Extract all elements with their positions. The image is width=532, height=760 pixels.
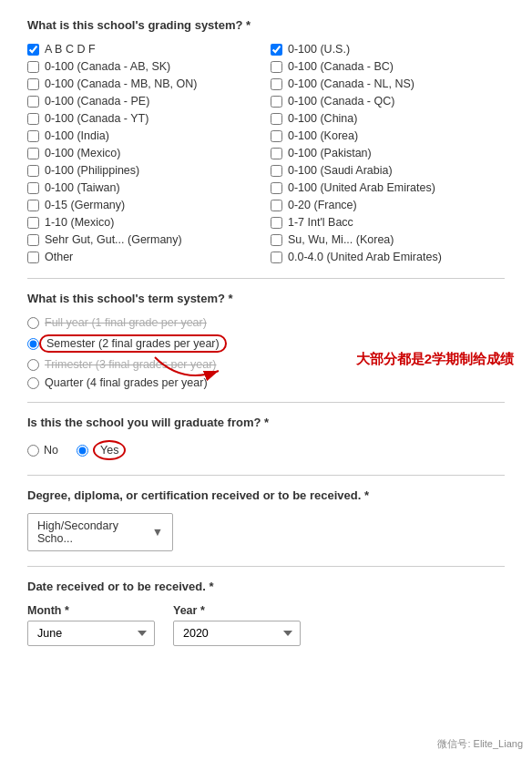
grading-option-uae[interactable]: 0-100 (United Arab Emirates) [271,181,505,194]
degree-required: * [364,488,369,502]
term-label-full-year: Full year (1 final grade per year) [45,316,207,329]
term-option-quarter[interactable]: Quarter (4 final grades per year) [27,376,505,389]
degree-dropdown[interactable]: High/Secondary Scho... ▼ [27,513,173,551]
grading-option-other[interactable]: Other [27,251,261,263]
grading-option-uae-04[interactable]: 0.0-4.0 (United Arab Emirates) [271,251,505,263]
grading-label-other: Other [45,251,73,263]
grading-checkbox-sehr-gut[interactable] [27,234,39,246]
grading-checkbox-germany-015[interactable] [27,200,39,211]
month-label: Month * [27,604,155,617]
grading-option-saudi[interactable]: 0-100 (Saudi Arabia) [271,164,505,177]
grading-option-canada-mb-nb-on[interactable]: 0-100 (Canada - MB, NB, ON) [27,77,261,90]
grading-col1: A B C D F 0-100 (Canada - AB, SK) 0-100 … [27,43,261,263]
month-select[interactable]: January February March April May June Ju… [27,621,155,646]
graduate-option-yes[interactable]: Yes [77,440,126,460]
grading-option-abcdf[interactable]: A B C D F [27,43,261,56]
grading-options-grid: A B C D F 0-100 (Canada - AB, SK) 0-100 … [27,43,505,263]
chevron-down-icon: ▼ [152,526,163,539]
graduate-question-text: Is this the school you will graduate fro… [27,416,261,429]
annotation-arrow-svg [146,348,237,394]
grading-option-canada-bc[interactable]: 0-100 (Canada - BC) [271,60,505,73]
degree-question: Degree, diploma, or certification receiv… [27,488,505,502]
grading-checkbox-uae-04[interactable] [271,252,282,263]
grading-option-sehr-gut[interactable]: Sehr Gut, Gut... (Germany) [27,233,261,246]
grading-checkbox-philippines[interactable] [27,165,39,177]
grading-option-mexico-110[interactable]: 1-10 (Mexico) [27,216,261,229]
grading-option-mexico[interactable]: 0-100 (Mexico) [27,147,261,159]
degree-selected-value: High/Secondary Scho... [37,519,147,545]
grading-section: What is this school's grading system? * … [27,18,505,263]
date-question: Date received or to be received. * [27,580,505,593]
yes-circle: Yes [93,440,126,460]
divider-3 [27,475,505,476]
date-section: Date received or to be received. * Month… [27,580,505,646]
month-field: Month * January February March April May… [27,604,155,646]
grading-option-korea[interactable]: 0-100 (Korea) [271,129,505,142]
term-radio-trimester[interactable] [27,359,39,371]
grading-checkbox-mexico-110[interactable] [27,217,39,229]
grading-option-india[interactable]: 0-100 (India) [27,129,261,142]
term-option-semester[interactable]: Semester (2 final grades per year) [27,334,505,353]
grading-checkbox-su-wu-mi[interactable] [271,234,282,246]
degree-section: Degree, diploma, or certification receiv… [27,488,505,551]
grading-checkbox-canada-ab-sk[interactable] [27,61,39,73]
grading-option-su-wu-mi[interactable]: Su, Wu, Mi... (Korea) [271,233,505,246]
grading-option-taiwan[interactable]: 0-100 (Taiwan) [27,181,261,194]
grading-option-canada-ab-sk[interactable]: 0-100 (Canada - AB, SK) [27,60,261,73]
grading-option-canada-yt[interactable]: 0-100 (Canada - YT) [27,112,261,125]
grading-option-canada-pe[interactable]: 0-100 (Canada - PE) [27,95,261,108]
grading-checkbox-uae[interactable] [271,182,282,194]
grading-checkbox-us[interactable] [271,44,282,56]
term-radio-full-year[interactable] [27,317,39,329]
year-field: Year * 2018 2019 2020 2021 2022 2023 202… [173,604,301,646]
grading-checkbox-mexico[interactable] [27,148,39,159]
term-section: What is this school's term system? * Ful… [27,292,505,389]
grading-option-us[interactable]: 0-100 (U.S.) [271,43,505,56]
date-row: Month * January February March April May… [27,604,505,646]
grading-option-intl-bacc[interactable]: 1-7 Int'l Bacc [271,216,505,229]
grading-option-china[interactable]: 0-100 (China) [271,112,505,125]
grading-checkbox-canada-nl-ns[interactable] [271,78,282,90]
grading-checkbox-france[interactable] [271,200,282,211]
grading-checkbox-india[interactable] [27,130,39,142]
grading-option-pakistan[interactable]: 0-100 (Pakistan) [271,147,505,159]
grading-checkbox-other[interactable] [27,252,39,263]
grading-col2: 0-100 (U.S.) 0-100 (Canada - BC) 0-100 (… [271,43,505,263]
term-radio-quarter[interactable] [27,377,39,389]
grading-checkbox-canada-mb-nb-on[interactable] [27,78,39,90]
grading-checkbox-pakistan[interactable] [271,148,282,159]
graduate-option-no[interactable]: No [27,444,58,457]
divider-1 [27,278,505,279]
year-select[interactable]: 2018 2019 2020 2021 2022 2023 2024 [173,621,301,646]
year-label: Year * [173,604,301,617]
grading-option-canada-qc[interactable]: 0-100 (Canada - QC) [271,95,505,108]
annotation-arrow-container [146,348,237,396]
grading-checkbox-canada-pe[interactable] [27,96,39,108]
graduate-radio-no[interactable] [27,445,39,457]
term-required: * [229,292,233,305]
date-required: * [209,580,213,593]
grading-checkbox-canada-qc[interactable] [271,96,282,108]
grading-option-france[interactable]: 0-20 (France) [271,199,505,211]
term-option-full-year[interactable]: Full year (1 final grade per year) [27,316,505,329]
graduate-required: * [264,416,269,429]
term-radio-semester[interactable] [27,338,39,350]
term-question-text: What is this school's term system? [27,292,225,305]
grading-checkbox-canada-bc[interactable] [271,61,282,73]
grading-required: * [246,18,251,32]
grading-option-philippines[interactable]: 0-100 (Philippines) [27,164,261,177]
degree-question-text: Degree, diploma, or certification receiv… [27,488,361,502]
grading-checkbox-korea[interactable] [271,130,282,142]
term-options-list: Full year (1 final grade per year) Semes… [27,316,505,389]
grading-option-canada-nl-ns[interactable]: 0-100 (Canada - NL, NS) [271,77,505,90]
grading-checkbox-saudi[interactable] [271,165,282,177]
grading-label-abcdf: A B C D F [45,43,96,56]
grading-checkbox-abcdf[interactable] [27,44,39,56]
grading-checkbox-taiwan[interactable] [27,182,39,194]
graduate-question: Is this the school you will graduate fro… [27,416,505,429]
grading-checkbox-canada-yt[interactable] [27,113,39,125]
graduate-radio-yes[interactable] [77,445,88,457]
grading-checkbox-intl-bacc[interactable] [271,217,282,229]
grading-checkbox-china[interactable] [271,113,282,125]
grading-option-germany-015[interactable]: 0-15 (Germany) [27,199,261,211]
